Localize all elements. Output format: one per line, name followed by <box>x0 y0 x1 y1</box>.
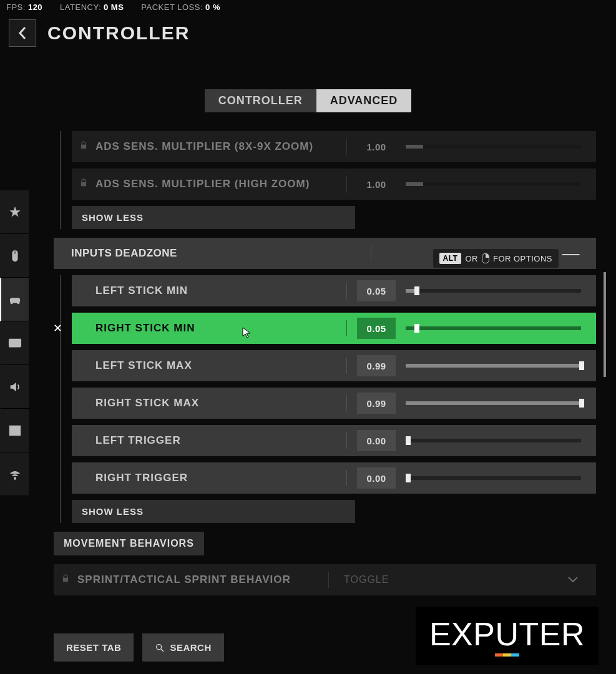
value[interactable]: 0.05 <box>357 318 396 339</box>
options-tooltip: ALTorfor options <box>433 249 559 268</box>
row-left-stick-max[interactable]: LEFT STICK MAX 0.99 <box>72 350 596 381</box>
value[interactable]: 0.05 <box>357 280 396 301</box>
back-button[interactable] <box>9 19 36 47</box>
lock-icon <box>79 178 88 190</box>
slider[interactable] <box>406 326 581 330</box>
row-left-stick-min[interactable]: ALTorfor options LEFT STICK MIN 0.05 <box>72 275 596 306</box>
chevron-down-icon <box>567 574 579 585</box>
page-title: CONTROLLER <box>47 22 190 44</box>
sidebar-mouse[interactable] <box>0 234 29 278</box>
row-sprint-behavior[interactable]: SPRINT/TACTICAL SPRINT BEHAVIOR TOGGLE <box>54 564 596 595</box>
svg-point-8 <box>157 644 162 649</box>
row-right-stick-max[interactable]: RIGHT STICK MAX 0.99 <box>72 388 596 419</box>
row-ads-high-zoom[interactable]: ADS SENS. MULTIPLIER (HIGH ZOOM) 1.00 <box>72 168 596 200</box>
show-less-button[interactable]: SHOW LESS <box>72 500 355 523</box>
row-right-trigger[interactable]: RIGHT TRIGGER 0.00 <box>72 462 596 494</box>
lock-icon <box>61 574 70 585</box>
tab-bar: CONTROLLER ADVANCED <box>0 89 616 112</box>
search-button[interactable]: SEARCH <box>142 633 223 662</box>
slider[interactable] <box>406 364 581 368</box>
sidebar-display[interactable] <box>0 321 29 365</box>
value[interactable]: 0.00 <box>357 430 396 451</box>
exputer-logo: exputer <box>416 607 599 665</box>
section-movement-behaviors[interactable]: MOVEMENT BEHAVIORS <box>54 532 204 555</box>
tab-advanced[interactable]: ADVANCED <box>316 89 412 112</box>
settings-content: ADS SENS. MULTIPLIER (8X-9X ZOOM) 1.00 A… <box>54 131 596 595</box>
value[interactable]: 0.99 <box>357 393 396 414</box>
slider[interactable] <box>406 401 581 405</box>
tab-controller[interactable]: CONTROLLER <box>205 89 316 112</box>
slider[interactable] <box>406 289 581 293</box>
sidebar-interface[interactable] <box>0 409 29 452</box>
slider[interactable] <box>406 182 581 186</box>
sidebar-favorites[interactable] <box>0 190 29 234</box>
sidebar-controller[interactable] <box>0 278 29 321</box>
slider[interactable] <box>406 476 581 480</box>
perf-stats: FPS:120 LATENCY:0 MS PACKET LOSS:0 % <box>0 0 616 14</box>
slider[interactable] <box>406 145 581 149</box>
show-less-button[interactable]: SHOW LESS <box>72 206 355 229</box>
value: 1.00 <box>357 136 396 157</box>
row-ads-8x-9x[interactable]: ADS SENS. MULTIPLIER (8X-9X ZOOM) 1.00 <box>72 131 596 162</box>
row-left-trigger[interactable]: LEFT TRIGGER 0.00 <box>72 425 596 456</box>
value: TOGGLE <box>344 574 389 585</box>
row-right-stick-min[interactable]: ✕ RIGHT STICK MIN 0.05 <box>72 313 596 344</box>
category-sidebar <box>0 190 29 496</box>
mouse-icon <box>482 253 489 263</box>
sidebar-network[interactable] <box>0 452 29 496</box>
value[interactable]: 0.99 <box>357 355 396 376</box>
value: 1.00 <box>357 173 396 195</box>
collapse-icon: — <box>562 243 580 263</box>
slider[interactable] <box>406 439 581 442</box>
lock-icon <box>79 141 88 152</box>
svg-line-9 <box>161 649 164 652</box>
close-icon[interactable]: ✕ <box>53 321 63 335</box>
reset-tab-button[interactable]: RESET TAB <box>54 633 134 662</box>
scrollbar[interactable] <box>604 272 606 377</box>
sidebar-audio[interactable] <box>0 365 29 409</box>
value[interactable]: 0.00 <box>357 467 396 489</box>
